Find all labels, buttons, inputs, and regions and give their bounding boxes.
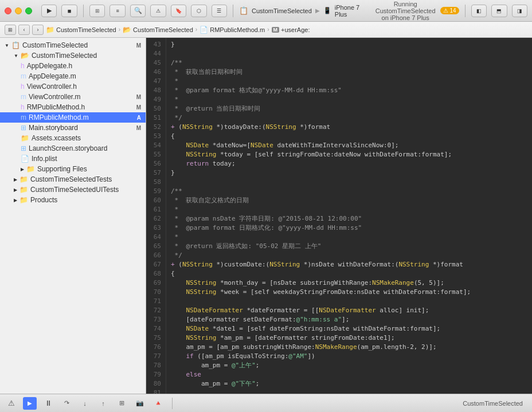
maximize-button[interactable] [25,7,32,14]
sidebar-item-rmpublic-h[interactable]: h RMPublicMethod.h M [0,102,146,112]
expand-icon: ▼ [14,53,18,58]
sidebar-item-viewcontroller-h[interactable]: h ViewController.h [0,81,146,92]
capture-button[interactable]: 📷 [133,397,147,410]
vc-m-badge: M [136,94,141,100]
ls-label: LaunchScreen.storyboard [29,144,107,152]
project-folder-icon: 📋 [11,41,20,49]
minimize-button[interactable] [15,7,22,14]
vc-h-label: ViewController.h [27,83,77,91]
nav-forward-button[interactable]: › [32,25,44,35]
breadcrumb-file[interactable]: 📄 RMPublicMethod.m [200,26,265,34]
warn-button[interactable]: ⚠ [150,5,166,17]
bottom-toolbar: ⚠ ▶ ⏸ ↷ ↓ ↑ ⊞ 📷 🔺 CustomTimeSelected [0,394,532,412]
breadcrumb-method[interactable]: M +userAge: [272,26,310,33]
app-name-label: CustomTimeSelected [252,7,312,14]
tests-icon: 📁 [19,175,28,183]
bt-project-name: CustomTimeSelected [463,400,523,407]
search-button[interactable]: 🔍 [130,5,146,17]
sidebar-item-assets[interactable]: 📁 Assets.xcassets [0,133,146,143]
sidebar-item-products[interactable]: ▶ 📁 Products [0,195,146,205]
assets-icon: 📁 [21,134,29,142]
ls-icon: ⊞ [21,144,26,152]
separator [83,5,84,17]
warning-count: 14 [450,7,456,14]
breadcrumb-method-label: +userAge: [281,26,310,33]
breadcrumb-group[interactable]: 📂 CustomTimeSelected [123,26,193,34]
warning-badge: ⚠ 14 [440,7,459,14]
tests-label: CustomTimeSelectedTests [30,175,112,183]
sidebar-item-tests[interactable]: ▶ 📁 CustomTimeSelectedTests [0,174,146,185]
products-icon: 📁 [19,196,28,204]
breadcrumb-bar: ⊞ ‹ › 📁 CustomTimeSelected › 📂 CustomTim… [0,22,532,38]
run-log-button[interactable]: ▶ [23,397,37,410]
breakpoint-button[interactable]: ⬡ [191,5,206,17]
vc-m-label: ViewController.m [29,93,80,101]
rm-m-label: RMPublicMethod.m [29,113,89,121]
bt-sep [172,398,173,409]
nav-back-button[interactable]: ‹ [18,25,30,35]
sidebar-item-viewcontroller-m[interactable]: m ViewController.m M [0,92,146,102]
sidebar-item-appdelegate-m[interactable]: m AppDelegate.m [0,71,146,81]
code-content[interactable]: } /** * 获取当前日期和时间 * * @param format 格式如@… [166,38,532,394]
device-label: iPhone 7 Plus [335,4,371,18]
bc-separator: › [119,26,120,33]
rm-m-icon: m [21,113,26,121]
group-label: CustomTimeSelected [32,52,97,60]
plist-label: Info.plist [32,155,57,163]
breadcrumb-group-label: CustomTimeSelected [133,26,193,33]
simulate-button[interactable]: ⊞ [115,397,128,410]
run-button[interactable]: ▶ [41,5,57,17]
bookmark-button[interactable]: 🔖 [171,5,186,17]
m-file-icon: m [21,72,26,80]
panel-left-button[interactable]: ◧ [471,5,487,17]
rm-h-icon: h [21,103,25,111]
uitests-expand-icon: ▶ [14,187,17,193]
sidebar-item-launchscreen[interactable]: ⊞ LaunchScreen.storyboard [0,143,146,154]
close-button[interactable] [5,7,11,14]
step-in-button[interactable]: ↓ [78,397,92,410]
sidebar-item-supporting-files[interactable]: ▶ 📁 Supporting Files [0,164,146,174]
scheme-button[interactable]: ⊞ [89,5,105,17]
warning-icon: ⚠ [443,7,448,14]
panel-right-button[interactable]: ◨ [512,5,527,17]
sidebar-item-infoplist[interactable]: 📄 Info.plist [0,154,146,164]
sidebar: ▼ 📋 CustomTimeSelected M ▼ 📂 CustomTimeS… [0,38,146,394]
file-label-am: AppDelegate.m [29,72,76,80]
folder-icon: 📁 [46,26,54,34]
separator2 [233,5,233,17]
products-label: Products [30,196,57,204]
panel-bottom-button[interactable]: ⬒ [491,5,507,17]
h-file-icon: h [21,62,25,70]
vh-icon: h [21,83,25,91]
stop-button[interactable]: ■ [61,5,77,17]
step-out-button[interactable]: ↑ [96,397,110,410]
project-name-label: CustomTimeSelected [22,41,88,49]
sidebar-item-project-root[interactable]: ▼ 📋 CustomTimeSelected M [0,40,146,50]
pause-button[interactable]: ⏸ [41,397,55,410]
vm-icon: m [21,93,26,101]
editor-mode-button[interactable]: ⊞ [5,25,16,35]
sidebar-item-mainstoryboard[interactable]: ⊞ Main.storyboard M [0,123,146,133]
group-folder-icon: 📂 [21,52,29,60]
issues-button[interactable]: ⚠ [5,397,18,410]
env-button[interactable]: ☰ [212,5,227,17]
sidebar-item-group[interactable]: ▼ 📂 CustomTimeSelected [0,50,146,61]
assets-label: Assets.xcassets [32,134,81,142]
sidebar-item-appdelegate-h[interactable]: h AppDelegate.h [0,61,146,71]
sidebar-item-rmpublic-m[interactable]: m RMPublicMethod.m A [0,112,146,123]
sb-label: Main.storyboard [29,124,78,132]
nav-button[interactable]: ≡ [109,5,125,17]
file-icon: 📄 [200,26,208,34]
step-over-button[interactable]: ↷ [60,397,73,410]
location-button[interactable]: 🔺 [151,397,165,410]
breadcrumb-project[interactable]: 📁 CustomTimeSelected [46,26,116,34]
sf-label: Supporting Files [37,165,87,173]
main-content: ▼ 📋 CustomTimeSelected M ▼ 📂 CustomTimeS… [0,38,532,394]
traffic-lights [5,7,32,14]
rm-h-badge: M [136,104,141,111]
sf-icon: 📁 [26,165,35,173]
sidebar-item-uitests[interactable]: ▶ 📁 CustomTimeSelectedUITests [0,185,146,195]
uitests-label: CustomTimeSelectedUITests [30,186,119,194]
group-icon: 📂 [123,26,131,34]
code-editor[interactable]: 4344454647484950515253545556575859606162… [146,38,532,394]
